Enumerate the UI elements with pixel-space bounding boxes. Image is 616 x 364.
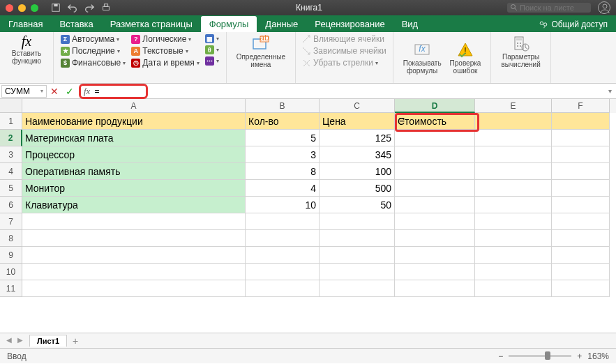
cell[interactable] bbox=[475, 264, 552, 280]
tab-home[interactable]: Главная bbox=[0, 16, 51, 32]
cell[interactable] bbox=[22, 247, 246, 264]
spreadsheet-grid[interactable]: ABCDEF 1Наименование продукцииКол-воЦена… bbox=[0, 99, 616, 333]
cell[interactable]: Оперативная память bbox=[22, 163, 246, 180]
row-header[interactable]: 11 bbox=[0, 280, 22, 297]
cell[interactable]: 8 bbox=[246, 163, 320, 180]
cell[interactable] bbox=[552, 113, 610, 130]
zoom-out-button[interactable]: − bbox=[498, 351, 503, 361]
cell[interactable] bbox=[395, 230, 475, 247]
cell[interactable]: 4 bbox=[246, 180, 320, 197]
cell[interactable] bbox=[552, 247, 610, 264]
chevron-down-icon[interactable]: ▾ bbox=[216, 58, 219, 64]
cell[interactable] bbox=[552, 213, 610, 230]
select-all-corner[interactable] bbox=[0, 99, 22, 113]
zoom-slider[interactable] bbox=[509, 355, 571, 357]
cell[interactable] bbox=[552, 163, 610, 180]
calc-options-button[interactable]: Параметры вычислений bbox=[497, 33, 544, 70]
cell[interactable] bbox=[320, 264, 395, 280]
cell[interactable] bbox=[320, 213, 395, 230]
user-account-icon[interactable] bbox=[598, 1, 610, 14]
fn-financial-button[interactable]: $Финансовые▾ bbox=[59, 57, 127, 68]
tab-review[interactable]: Рецензирование bbox=[306, 16, 393, 32]
column-header-B[interactable]: B bbox=[246, 99, 320, 113]
cell[interactable] bbox=[246, 264, 320, 280]
cell[interactable] bbox=[22, 213, 246, 230]
fn-more-button[interactable]: ⋯▾ bbox=[204, 56, 220, 66]
cell[interactable] bbox=[395, 180, 475, 197]
cell[interactable] bbox=[475, 197, 552, 213]
cell[interactable] bbox=[395, 130, 475, 146]
cell[interactable] bbox=[395, 197, 475, 213]
column-header-F[interactable]: F bbox=[552, 99, 610, 113]
row-header[interactable]: 5 bbox=[0, 180, 22, 197]
cell[interactable] bbox=[475, 280, 552, 297]
minimize-window-icon[interactable] bbox=[18, 4, 26, 12]
cell[interactable] bbox=[246, 280, 320, 297]
cell[interactable]: 500 bbox=[320, 180, 395, 197]
fn-recent-button[interactable]: ★Последние▾ bbox=[59, 45, 127, 56]
fn-lookup-button[interactable]: ▦▾ bbox=[204, 33, 220, 44]
cell[interactable]: Процессор bbox=[22, 146, 246, 163]
cell[interactable] bbox=[395, 280, 475, 297]
chevron-down-icon[interactable]: ▾ bbox=[188, 36, 191, 43]
cell[interactable] bbox=[552, 264, 610, 280]
cell[interactable] bbox=[552, 197, 610, 213]
cell[interactable] bbox=[320, 280, 395, 297]
cell[interactable]: 125 bbox=[320, 130, 395, 146]
fn-text-button[interactable]: AТекстовые▾ bbox=[130, 45, 200, 56]
sheet-tab[interactable]: Лист1 bbox=[29, 335, 67, 347]
chevron-down-icon[interactable]: ▾ bbox=[216, 47, 219, 53]
column-header-A[interactable]: A bbox=[22, 99, 246, 113]
tab-data[interactable]: Данные bbox=[257, 16, 306, 32]
cell[interactable] bbox=[395, 264, 475, 280]
formula-input[interactable] bbox=[94, 86, 143, 96]
cell[interactable] bbox=[475, 146, 552, 163]
cell[interactable]: 50 bbox=[320, 197, 395, 213]
chevron-down-icon[interactable]: ▾ bbox=[117, 36, 119, 43]
insert-function-button[interactable]: fx Вставить функцию bbox=[6, 33, 47, 65]
share-button[interactable]: Общий доступ bbox=[530, 17, 616, 32]
error-checking-button[interactable]: !Проверка ошибок bbox=[446, 33, 486, 82]
cell[interactable] bbox=[552, 146, 610, 163]
row-header[interactable]: 10 bbox=[0, 264, 22, 280]
cell[interactable] bbox=[552, 130, 610, 146]
cell[interactable] bbox=[246, 247, 320, 264]
defined-names-button[interactable]: ab Определенные имена bbox=[232, 33, 290, 70]
cell[interactable] bbox=[552, 280, 610, 297]
row-header[interactable]: 4 bbox=[0, 163, 22, 180]
cell[interactable] bbox=[475, 247, 552, 264]
cell[interactable] bbox=[552, 230, 610, 247]
row-header[interactable]: 8 bbox=[0, 230, 22, 247]
redo-icon[interactable] bbox=[84, 3, 94, 13]
tab-formulas[interactable]: Формулы bbox=[201, 16, 257, 32]
sheet-prev-icon[interactable]: ◀ bbox=[4, 336, 14, 346]
row-header[interactable]: 1 bbox=[0, 113, 22, 130]
cell[interactable] bbox=[552, 180, 610, 197]
cell[interactable] bbox=[475, 230, 552, 247]
show-formulas-button[interactable]: fxПоказывать формулы bbox=[399, 33, 446, 82]
row-header[interactable]: 3 bbox=[0, 146, 22, 163]
cell[interactable]: Наименование продукции bbox=[22, 113, 246, 130]
print-icon[interactable] bbox=[101, 3, 111, 13]
fn-datetime-button[interactable]: ◷Дата и время▾ bbox=[130, 57, 200, 68]
cell[interactable] bbox=[475, 180, 552, 197]
chevron-down-icon[interactable]: ▾ bbox=[216, 36, 219, 42]
chevron-down-icon[interactable]: ▾ bbox=[197, 60, 200, 66]
active-cell-content[interactable]: = bbox=[399, 114, 405, 126]
name-box[interactable]: СУММ▾ bbox=[1, 85, 47, 98]
cell[interactable]: 5 bbox=[246, 130, 320, 146]
tab-insert[interactable]: Вставка bbox=[51, 16, 101, 32]
cell[interactable] bbox=[475, 163, 552, 180]
chevron-down-icon[interactable]: ▾ bbox=[186, 48, 188, 54]
maximize-window-icon[interactable] bbox=[31, 4, 38, 12]
search-input[interactable] bbox=[507, 3, 591, 13]
cancel-formula-button[interactable]: ✕ bbox=[47, 86, 62, 97]
cell[interactable] bbox=[395, 247, 475, 264]
add-sheet-button[interactable]: + bbox=[73, 335, 78, 347]
tab-view[interactable]: Вид bbox=[393, 16, 427, 32]
cell[interactable] bbox=[22, 264, 246, 280]
chevron-down-icon[interactable]: ▾ bbox=[117, 48, 120, 54]
cell[interactable] bbox=[395, 146, 475, 163]
zoom-in-button[interactable]: + bbox=[577, 351, 582, 361]
cell[interactable]: 3 bbox=[246, 146, 320, 163]
